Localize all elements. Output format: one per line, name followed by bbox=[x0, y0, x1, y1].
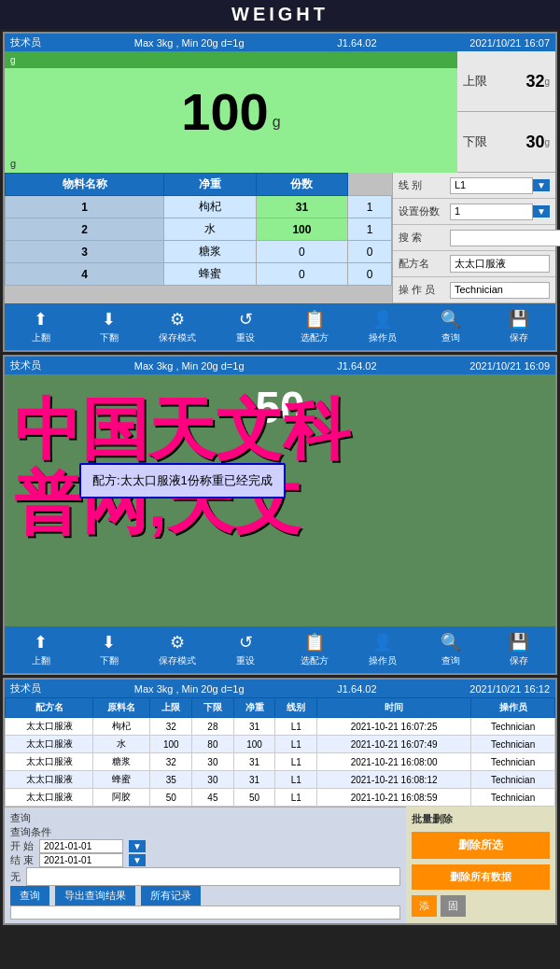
panel2-save-btn[interactable]: 💾 保存 bbox=[496, 630, 542, 669]
query-label: 查询 bbox=[10, 811, 31, 825]
select-formula-label: 选配方 bbox=[301, 331, 329, 344]
query-execute-btn[interactable]: 查询 bbox=[10, 886, 49, 906]
panel2-query-btn[interactable]: 🔍 查询 bbox=[427, 630, 474, 669]
query-table-row: 太太口服液 枸杞 32 28 31 L1 2021-10-21 16:07:25… bbox=[6, 718, 555, 736]
app-title: WEIGHT bbox=[231, 4, 329, 24]
upper-limit-unit: g bbox=[544, 77, 550, 87]
panel2-select-formula-btn[interactable]: 📋 选配方 bbox=[291, 630, 338, 669]
qth-net: 净重 bbox=[233, 698, 275, 718]
q-upper: 35 bbox=[150, 771, 192, 789]
panel2-down-btn[interactable]: ⬇ 下翻 bbox=[86, 630, 133, 669]
q-formula: 太太口服液 bbox=[6, 718, 93, 736]
query-table-row: 太太口服液 糖浆 32 30 31 L1 2021-10-21 16:08:00… bbox=[6, 753, 555, 771]
dialog-box: 配方:太太口服液1份称重已经完成 bbox=[79, 463, 286, 499]
search-input[interactable] bbox=[450, 230, 560, 246]
query-label: 查询 bbox=[441, 331, 460, 344]
delete-all-btn[interactable]: 删除所有数据 bbox=[412, 864, 550, 890]
panel2-operator-label: 操作员 bbox=[369, 654, 397, 667]
add-btn[interactable]: 添 bbox=[412, 895, 437, 917]
qth-line: 线别 bbox=[275, 698, 317, 718]
panel2-maxmin: Max 3kg , Min 20g d=1g bbox=[134, 360, 245, 372]
start-label: 开 始 bbox=[10, 839, 34, 853]
upper-limit-label: 上限 bbox=[463, 73, 491, 90]
portions-select-btn[interactable]: ▼ bbox=[533, 205, 550, 218]
reset-label: 重设 bbox=[236, 331, 255, 344]
query-icon: 🔍 bbox=[441, 309, 461, 330]
row-num: 4 bbox=[6, 263, 164, 286]
q-material: 水 bbox=[93, 736, 150, 753]
panel2-up-btn[interactable]: ⬆ 上翻 bbox=[18, 630, 64, 669]
no-input[interactable] bbox=[26, 867, 400, 886]
q-operator: Technician bbox=[471, 753, 555, 771]
q-operator: Technician bbox=[471, 789, 555, 807]
table-row: 2 水 100 1 bbox=[6, 218, 392, 241]
q-lower: 30 bbox=[192, 753, 234, 771]
panel2-datetime: 2021/10/21 16:09 bbox=[469, 360, 550, 372]
q-lower: 80 bbox=[192, 736, 234, 753]
search-info-input[interactable] bbox=[10, 906, 400, 920]
panel3-datetime: 2021/10/21 16:12 bbox=[469, 683, 550, 695]
q-upper: 50 bbox=[150, 789, 192, 807]
line-select-btn[interactable]: ▼ bbox=[533, 179, 550, 191]
lower-limit-row: 下限 30 g bbox=[457, 112, 555, 173]
query-btn-1[interactable]: 🔍 查询 bbox=[427, 307, 474, 346]
save-mode-btn[interactable]: ⚙ 保存模式 bbox=[154, 307, 201, 346]
query-table-row: 太太口服液 蜂蜜 35 30 31 L1 2021-10-21 16:08:12… bbox=[6, 771, 555, 789]
start-date-dropdown[interactable]: ▼ bbox=[129, 840, 146, 852]
batch-panel: 批量删除 删除所选 删除所有数据 添 固 bbox=[406, 807, 555, 923]
save-mode-label: 保存模式 bbox=[159, 331, 196, 344]
down-btn[interactable]: ⬇ 下翻 bbox=[86, 307, 133, 346]
up-icon: ⬆ bbox=[34, 309, 48, 330]
all-records-btn[interactable]: 所有记录 bbox=[141, 886, 201, 906]
qth-material: 原料名 bbox=[93, 698, 150, 718]
q-time: 2021-10-21 16:08:00 bbox=[317, 753, 471, 771]
start-date-input[interactable] bbox=[39, 839, 123, 853]
table-row: 1 枸杞 31 1 bbox=[6, 196, 392, 218]
up-btn[interactable]: ⬆ 上翻 bbox=[18, 307, 64, 346]
search-info-row: 搜 索 bbox=[393, 225, 555, 251]
panel2-reset-btn[interactable]: ↺ 重设 bbox=[222, 630, 269, 669]
save-btn-1[interactable]: 💾 保存 bbox=[496, 307, 542, 346]
operator-btn[interactable]: 👤 操作员 bbox=[359, 307, 406, 346]
confirm-btn[interactable]: 固 bbox=[441, 895, 466, 917]
lower-limit-label: 下限 bbox=[463, 133, 491, 150]
panel1-right-info: 线 别 L1 ▼ 设置份数 1 ▼ 搜 索 配方名 太太口服液 操 作 员 Te… bbox=[392, 173, 555, 303]
portions-label: 设置份数 bbox=[399, 204, 450, 218]
panel2-up-label: 上翻 bbox=[32, 654, 50, 667]
end-date-row: 结 束 ▼ bbox=[10, 853, 400, 867]
select-formula-btn[interactable]: 📋 选配方 bbox=[291, 307, 338, 346]
portions-value: 1 bbox=[450, 204, 533, 220]
panel1-datetime: 2021/10/21 16:07 bbox=[469, 37, 550, 49]
material-table: 物料名称 净重 份数 1 枸杞 31 1 2 水 100 1 3 糖浆 0 0 … bbox=[5, 173, 392, 286]
end-date-dropdown[interactable]: ▼ bbox=[129, 854, 146, 866]
q-net: 50 bbox=[233, 789, 275, 807]
delete-selected-btn[interactable]: 删除所选 bbox=[412, 832, 550, 859]
row-name: 蜂蜜 bbox=[164, 263, 257, 286]
q-time: 2021-10-21 16:07:25 bbox=[317, 718, 471, 736]
formula-info-row: 配方名 太太口服液 bbox=[393, 251, 555, 277]
export-btn[interactable]: 导出查询结果 bbox=[55, 886, 135, 906]
reset-btn[interactable]: ↺ 重设 bbox=[222, 307, 269, 346]
q-time: 2021-10-21 16:08:59 bbox=[317, 789, 471, 807]
end-date-input[interactable] bbox=[39, 853, 123, 867]
condition-label-row: 查询条件 bbox=[10, 825, 400, 839]
weight-small-unit: g bbox=[10, 55, 16, 65]
q-net: 100 bbox=[233, 736, 275, 753]
row-portions: 1 bbox=[348, 196, 392, 218]
q-line: L1 bbox=[275, 718, 317, 736]
qth-lower: 下限 bbox=[192, 698, 234, 718]
save-label: 保存 bbox=[510, 331, 528, 344]
row-name: 枸杞 bbox=[164, 196, 257, 218]
q-upper: 32 bbox=[150, 718, 192, 736]
panel2-operator-btn[interactable]: 👤 操作员 bbox=[359, 630, 406, 669]
panel2-version: J1.64.02 bbox=[337, 360, 376, 372]
batch-title: 批量删除 bbox=[412, 812, 550, 826]
panel2-save-mode-btn[interactable]: ⚙ 保存模式 bbox=[154, 630, 201, 669]
row-portions: 0 bbox=[348, 241, 392, 263]
q-upper: 100 bbox=[150, 736, 192, 753]
down-label: 下翻 bbox=[100, 331, 119, 344]
query-conditions: 查询 查询条件 开 始 ▼ 结 束 ▼ 无 bbox=[5, 807, 406, 923]
save-mode-icon: ⚙ bbox=[170, 309, 185, 330]
qth-formula: 配方名 bbox=[6, 698, 93, 718]
q-line: L1 bbox=[275, 753, 317, 771]
